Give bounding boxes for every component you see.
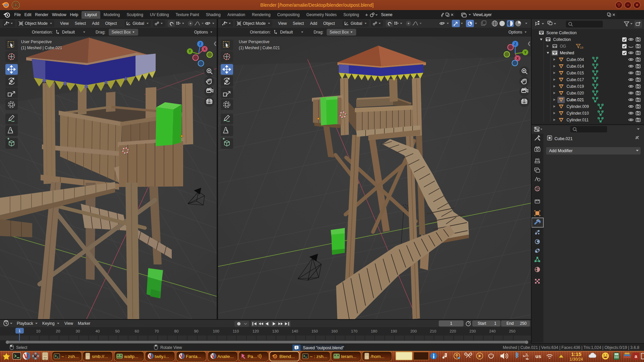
svg-text:Cube.019: Cube.019 (567, 84, 584, 89)
svg-text:240: 240 (489, 329, 495, 333)
svg-text:190: 190 (390, 329, 397, 333)
svg-text:100: 100 (213, 329, 219, 333)
svg-text:Cube.004: Cube.004 (567, 57, 584, 62)
svg-text:Scene Collection: Scene Collection (546, 31, 577, 35)
svg-text:Add Modifier: Add Modifier (549, 148, 573, 153)
svg-text:Fanta...: Fanta... (186, 354, 201, 359)
svg-text:Select: Select (16, 345, 28, 350)
svg-text:200: 200 (410, 329, 417, 333)
svg-text:Analie...: Analie... (217, 354, 234, 359)
svg-text:~ : zsh...: ~ : zsh... (310, 354, 327, 359)
svg-text:50: 50 (115, 329, 120, 333)
svg-text:250: 250 (520, 321, 527, 326)
svg-text:Pa...: Pa... (248, 354, 257, 359)
svg-text:smb://...: smb://... (92, 354, 108, 359)
svg-text:110: 110 (233, 329, 239, 333)
svg-text:1:15: 1:15 (571, 351, 581, 357)
svg-text:Cube.017: Cube.017 (567, 77, 584, 82)
svg-text:us: us (535, 353, 541, 359)
svg-text:80: 80 (174, 329, 179, 333)
svg-text:150: 150 (311, 329, 318, 333)
svg-text:19: 19 (580, 46, 583, 49)
svg-text:90: 90 (194, 329, 199, 333)
svg-text:Start: Start (478, 321, 486, 326)
svg-text:X: X (204, 47, 206, 51)
svg-text:1/30/24: 1/30/24 (570, 357, 583, 362)
svg-text:Marker: Marker (78, 321, 90, 326)
svg-text:Collection: Collection (553, 37, 571, 42)
svg-text:OG: OG (560, 44, 566, 49)
svg-text:60: 60 (135, 329, 139, 333)
svg-text:Cube.020: Cube.020 (567, 91, 584, 96)
svg-text:Y: Y (524, 51, 527, 54)
svg-text:210: 210 (430, 329, 436, 333)
svg-text:Saved "outpost.blend": Saved "outpost.blend" (303, 346, 344, 350)
svg-text:Meshed | Cube.021 | Verts:634: Meshed | Cube.021 | Verts:634 | Faces:43… (503, 345, 639, 350)
svg-text:1: 1 (494, 321, 496, 326)
svg-text:Cube.014: Cube.014 (567, 64, 584, 69)
svg-text:Cylinder.010: Cylinder.010 (567, 111, 589, 116)
svg-text:140: 140 (291, 329, 298, 333)
svg-text:40: 40 (96, 329, 100, 333)
svg-text:teram...: teram... (341, 354, 357, 359)
svg-text:Rotate View: Rotate View (160, 345, 182, 350)
svg-text:230: 230 (469, 329, 476, 333)
svg-text:View: View (64, 321, 73, 326)
svg-text:Blend...: Blend... (279, 354, 295, 359)
svg-text:220: 220 (449, 329, 456, 333)
svg-text:X: X (517, 57, 519, 60)
svg-text:70: 70 (155, 329, 159, 333)
svg-text:a: a (635, 354, 637, 359)
svg-text:End: End (506, 321, 514, 326)
svg-text:Cylinder.011: Cylinder.011 (567, 118, 589, 122)
svg-text:120: 120 (252, 329, 259, 333)
svg-text:Cube.021: Cube.021 (554, 136, 573, 141)
svg-text:Meshed: Meshed (560, 51, 574, 55)
svg-text:Cube.015: Cube.015 (567, 71, 584, 75)
svg-text:Cube.021: Cube.021 (567, 98, 584, 102)
svg-text:160: 160 (331, 329, 337, 333)
svg-text:i: i (296, 346, 297, 349)
svg-text:Keying: Keying (42, 321, 55, 326)
svg-text:~ : zsh...: ~ : zsh... (61, 354, 78, 359)
svg-text:170: 170 (351, 329, 357, 333)
svg-text:130: 130 (272, 329, 278, 333)
svg-text:Y: Y (189, 50, 191, 53)
svg-text:1: 1 (450, 321, 452, 326)
svg-text:Playback: Playback (17, 321, 34, 326)
svg-text:10: 10 (36, 329, 41, 333)
svg-text:/hom...: /hom... (371, 354, 384, 359)
svg-text:180: 180 (371, 329, 377, 333)
svg-text:20: 20 (56, 329, 60, 333)
svg-text:30: 30 (76, 329, 80, 333)
svg-text:Cylinder.009: Cylinder.009 (567, 104, 589, 109)
svg-text:1: 1 (18, 329, 20, 333)
svg-text:250: 250 (509, 329, 515, 333)
svg-text:Z: Z (199, 42, 201, 46)
svg-text:Z: Z (514, 42, 516, 46)
svg-text:twily.i...: twily.i... (155, 354, 169, 359)
svg-text:wallp...: wallp... (124, 354, 138, 359)
